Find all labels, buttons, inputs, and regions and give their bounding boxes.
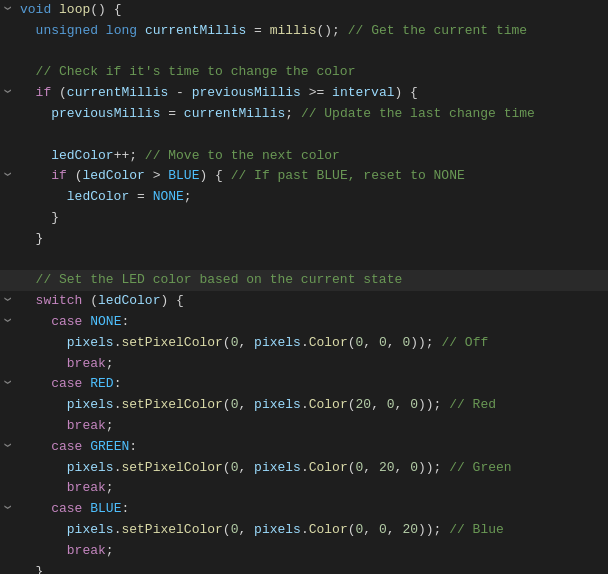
fold-chevron[interactable] — [0, 416, 16, 418]
token-plain: , — [238, 335, 254, 350]
fold-chevron[interactable]: ❯ — [0, 499, 16, 515]
token-plain: = — [246, 23, 269, 38]
token-plain: ) { — [395, 85, 418, 100]
token-var: pixels — [67, 460, 114, 475]
token-plain: ( — [223, 460, 231, 475]
token-num: 20 — [356, 397, 372, 412]
fold-chevron[interactable] — [0, 250, 16, 252]
token-num: 0 — [379, 335, 387, 350]
token-kw2: case — [51, 439, 82, 454]
code-content: break; — [16, 541, 114, 562]
token-var: previousMillis — [192, 85, 301, 100]
code-line: pixels.setPixelColor(0, pixels.Color(20,… — [0, 395, 608, 416]
token-fn: Color — [309, 522, 348, 537]
fold-chevron[interactable]: ❯ — [0, 291, 16, 307]
code-content: break; — [16, 416, 114, 437]
fold-chevron[interactable] — [0, 520, 16, 522]
code-line: ❯ if (currentMillis - previousMillis >= … — [0, 83, 608, 104]
token-fn: setPixelColor — [121, 397, 222, 412]
token-comment: // Update the last change time — [301, 106, 535, 121]
token-comment: // Set the LED color based on the curren… — [36, 272, 403, 287]
fold-chevron[interactable] — [0, 270, 16, 272]
fold-chevron[interactable] — [0, 42, 16, 44]
token-comment: // Red — [449, 397, 496, 412]
fold-chevron[interactable] — [0, 395, 16, 397]
token-var: pixels — [254, 522, 301, 537]
token-kw: void — [20, 2, 51, 17]
token-var: interval — [332, 85, 394, 100]
token-plain — [340, 23, 348, 38]
code-line: ❯ case GREEN: — [0, 437, 608, 458]
token-var: ledColor — [67, 189, 129, 204]
fold-chevron[interactable]: ❯ — [0, 0, 16, 16]
token-plain: ( — [67, 168, 83, 183]
token-fn: setPixelColor — [121, 335, 222, 350]
fold-chevron[interactable] — [0, 125, 16, 127]
token-punct: () { — [90, 2, 121, 17]
fold-chevron[interactable] — [0, 187, 16, 189]
token-comment: // If past BLUE, reset to NONE — [231, 168, 465, 183]
token-plain: ; — [106, 543, 114, 558]
token-const: GREEN — [90, 439, 129, 454]
code-line: pixels.setPixelColor(0, pixels.Color(0, … — [0, 520, 608, 541]
token-kw2: if — [51, 168, 67, 183]
token-plain: ( — [223, 397, 231, 412]
code-content: ledColor = NONE; — [16, 187, 192, 208]
code-content: previousMillis = currentMillis; // Updat… — [16, 104, 535, 125]
fold-chevron[interactable]: ❯ — [0, 167, 16, 183]
code-content: ledColor++; // Move to the next color — [16, 146, 340, 167]
token-const: BLUE — [168, 168, 199, 183]
fold-chevron[interactable]: ❯ — [0, 312, 16, 328]
fold-chevron[interactable]: ❯ — [0, 375, 16, 391]
token-var: currentMillis — [145, 23, 246, 38]
code-content: // Check if it's time to change the colo… — [16, 62, 355, 83]
token-plain: ( — [223, 522, 231, 537]
token-num: 0 — [379, 522, 387, 537]
token-plain: . — [301, 460, 309, 475]
fold-chevron[interactable] — [0, 208, 16, 210]
token-plain: ( — [348, 460, 356, 475]
token-plain: , — [363, 460, 379, 475]
token-kw2: case — [51, 376, 82, 391]
code-line: } — [0, 208, 608, 229]
fold-chevron[interactable] — [0, 541, 16, 543]
fold-chevron[interactable] — [0, 333, 16, 335]
token-plain: . — [301, 522, 309, 537]
fold-chevron[interactable] — [0, 62, 16, 64]
code-content: if (ledColor > BLUE) { // If past BLUE, … — [16, 166, 465, 187]
token-plain: ; — [106, 356, 114, 371]
token-comment: // Move to the next color — [145, 148, 340, 163]
token-plain: > — [145, 168, 168, 183]
fold-chevron[interactable]: ❯ — [0, 83, 16, 99]
code-line: ledColor++; // Move to the next color — [0, 146, 608, 167]
token-plain: )); — [418, 397, 449, 412]
code-content: case NONE: — [16, 312, 129, 333]
token-var: pixels — [67, 335, 114, 350]
fold-chevron[interactable] — [0, 562, 16, 564]
code-line: pixels.setPixelColor(0, pixels.Color(0, … — [0, 458, 608, 479]
fold-chevron[interactable] — [0, 104, 16, 106]
code-line: ❯void loop() { — [0, 0, 608, 21]
fold-chevron[interactable] — [0, 458, 16, 460]
token-plain: , — [395, 397, 411, 412]
fold-chevron[interactable] — [0, 478, 16, 480]
code-line: ❯ case NONE: — [0, 312, 608, 333]
fold-chevron[interactable] — [0, 146, 16, 148]
fold-chevron[interactable] — [0, 354, 16, 356]
token-fn: setPixelColor — [121, 522, 222, 537]
code-line: ledColor = NONE; — [0, 187, 608, 208]
token-plain: { — [207, 168, 230, 183]
token-plain: ; — [285, 106, 301, 121]
code-content: pixels.setPixelColor(0, pixels.Color(0, … — [16, 458, 512, 479]
token-plain: = — [129, 189, 152, 204]
fold-chevron[interactable]: ❯ — [0, 437, 16, 453]
token-const: RED — [90, 376, 113, 391]
token-plain: , — [238, 397, 254, 412]
code-line: previousMillis = currentMillis; // Updat… — [0, 104, 608, 125]
code-line: ❯ case BLUE: — [0, 499, 608, 520]
token-plain: , — [395, 460, 411, 475]
fold-chevron[interactable] — [0, 21, 16, 23]
code-content: pixels.setPixelColor(0, pixels.Color(0, … — [16, 520, 504, 541]
fold-chevron[interactable] — [0, 229, 16, 231]
token-plain: , — [387, 335, 403, 350]
